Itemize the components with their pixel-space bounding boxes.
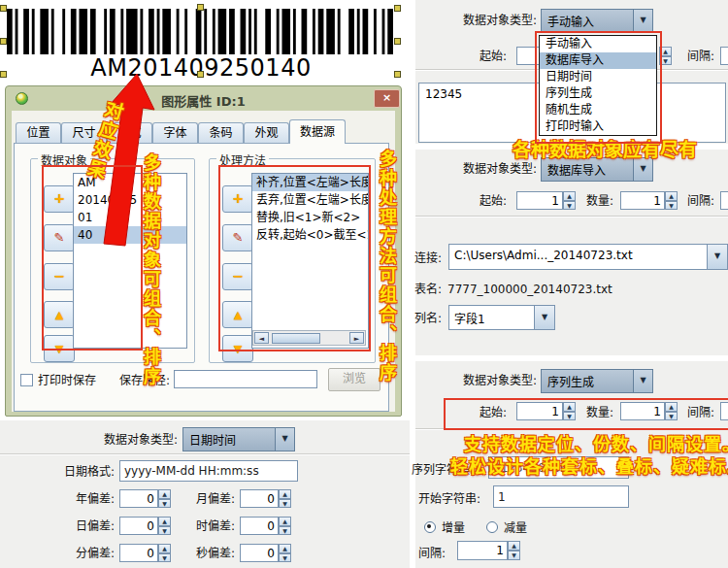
tab-datasource[interactable]: 数据源 [289, 119, 346, 144]
spinner-buttons[interactable]: ▲▼ [158, 544, 171, 562]
dropdown-item[interactable]: 打印时输入 [540, 118, 656, 135]
type-dropdown-list[interactable]: 手动输入 数据库导入 日期时间 序列生成 随机生成 打印时输入 [539, 35, 657, 136]
datetime-type-combo[interactable]: 日期时间 ▼ [182, 427, 295, 451]
close-icon[interactable]: × [374, 89, 400, 108]
add-object-button[interactable]: + [44, 185, 75, 213]
scroll-left-icon[interactable]: ◄ [254, 332, 269, 344]
move-object-down-button[interactable]: ▼ [44, 335, 75, 362]
decrement-radio[interactable] [486, 521, 498, 533]
properties-dialog: 图形属性 ID:1 × 位置 尺寸 样式 字体 条码 外观 数据源 数据对象 +… [5, 85, 402, 417]
list-item[interactable]: 01 [74, 209, 186, 226]
chevron-down-icon[interactable]: ▼ [633, 158, 652, 181]
column-name-label: 列名: [414, 312, 442, 325]
move-method-down-button[interactable]: ▼ [222, 335, 253, 362]
remove-object-button[interactable]: − [44, 263, 75, 290]
tab-barcode[interactable]: 条码 [198, 122, 244, 143]
move-method-up-button[interactable]: ▲ [222, 301, 253, 328]
move-object-up-button[interactable]: ▲ [44, 301, 75, 328]
selection-handle[interactable] [0, 71, 7, 78]
spinner-buttons[interactable]: ▲▼ [659, 47, 672, 65]
spinner-buttons[interactable]: ▲▼ [158, 489, 171, 508]
dropdown-item[interactable]: 手动输入 [540, 36, 656, 52]
date-format-input[interactable] [119, 460, 298, 482]
start-string-input[interactable] [493, 485, 629, 508]
selection-handle[interactable] [0, 38, 7, 45]
dropdown-item-highlighted[interactable]: 数据库导入 [540, 52, 656, 69]
chevron-down-icon[interactable]: ▼ [633, 10, 652, 32]
browse-button[interactable]: 浏览 [328, 368, 381, 391]
selection-handle[interactable] [394, 38, 401, 45]
tab-appearance[interactable]: 外观 [244, 122, 289, 143]
scroll-right-icon[interactable]: ► [349, 332, 364, 344]
start-field[interactable]: 1 [516, 191, 563, 210]
selection-handle[interactable] [394, 5, 401, 12]
interval-field[interactable] [720, 47, 728, 65]
edit-object-button[interactable]: ✎ [44, 224, 75, 251]
second-offset-label: 秒偏差: [177, 547, 235, 560]
spinner-buttons[interactable]: ▲▼ [279, 544, 291, 562]
day-offset-label: 日偏差: [56, 519, 115, 533]
spinner-buttons[interactable]: ▲▼ [158, 517, 171, 535]
interval-label: 间隔: [674, 50, 714, 63]
count-field[interactable]: 1 [620, 191, 665, 210]
dropdown-item[interactable]: 日期时间 [540, 69, 656, 85]
serial-interval-field[interactable]: 1 [457, 541, 508, 560]
list-item-selected[interactable]: 补齐,位置<左端>长度< [252, 174, 368, 191]
selection-handle[interactable] [394, 71, 401, 78]
month-offset-field[interactable]: 0 [240, 489, 279, 508]
save-path-input[interactable] [174, 370, 317, 388]
spinner-buttons[interactable]: ▲▼ [279, 489, 291, 508]
methods-list[interactable]: 补齐,位置<左端>长度< 丢弃,位置<左端>长度< 替换,旧<1>新<2> 反转… [251, 173, 369, 349]
spinner-buttons[interactable]: ▲▼ [279, 517, 291, 535]
selection-handle[interactable] [0, 5, 7, 12]
minute-offset-field[interactable]: 0 [119, 544, 158, 562]
chevron-down-icon[interactable]: ▼ [633, 370, 652, 392]
second-offset-field[interactable]: 0 [240, 544, 279, 562]
screenshot-root: AM201409250140 图形属性 ID:1 × 位置 尺寸 样式 字体 条… [0, 0, 728, 568]
interval-label: 间隔: [674, 194, 714, 208]
chevron-down-icon[interactable]: ▼ [707, 245, 727, 269]
manual-type-combo[interactable]: 手动输入 ▼ [541, 9, 653, 33]
connection-combo[interactable]: C:\Users\Admi..._20140723.txt ▼ [448, 244, 728, 270]
dropdown-item[interactable]: 序列生成 [540, 85, 656, 102]
interval-field[interactable] [720, 402, 728, 420]
combo-value: C:\Users\Admi..._20140723.txt [454, 249, 633, 262]
chevron-down-icon[interactable]: ▼ [275, 428, 294, 451]
interval-field[interactable] [720, 191, 728, 210]
selection-handle[interactable] [197, 4, 204, 11]
barcode-bars[interactable] [0, 5, 403, 58]
remove-method-button[interactable]: − [222, 263, 253, 290]
list-item[interactable]: 替换,旧<1>新<2> [252, 209, 368, 226]
dropdown-item[interactable]: 随机生成 [540, 102, 656, 118]
list-item[interactable]: 丢弃,位置<左端>长度< [252, 191, 368, 209]
interval-label: 间隔: [674, 406, 714, 419]
horizontal-scrollbar[interactable]: ◄ ► [252, 330, 366, 346]
month-offset-label: 月偏差: [177, 492, 235, 506]
count-field[interactable]: 1 [620, 402, 665, 420]
tab-font[interactable]: 字体 [152, 122, 198, 143]
plus-icon: + [53, 190, 65, 206]
day-offset-field[interactable]: 0 [119, 517, 158, 535]
print-save-checkbox[interactable] [20, 374, 33, 386]
edit-method-button[interactable]: ✎ [222, 224, 253, 251]
add-method-button[interactable]: + [222, 185, 253, 213]
list-item[interactable]: 反转,起始<0>截至<16 [252, 226, 368, 244]
start-field[interactable]: 1 [516, 402, 563, 420]
serial-type-combo[interactable]: 序列生成 ▼ [541, 369, 653, 393]
list-item-selected[interactable]: 40 [74, 226, 186, 244]
year-offset-field[interactable]: 0 [119, 489, 158, 508]
arrow-up-icon: ▲ [234, 309, 242, 321]
column-combo[interactable]: 字段1 ▼ [448, 305, 555, 330]
spinner-buttons[interactable]: ▲▼ [508, 541, 520, 560]
annotation-top-right-note: 各种数据对象应有尽有 [513, 135, 697, 161]
list-item[interactable]: 20140925 [74, 191, 186, 209]
increment-radio[interactable] [424, 521, 436, 533]
arrow-up-icon: ▲ [55, 309, 63, 321]
start-label: 起始: [464, 406, 507, 419]
chevron-down-icon[interactable]: ▼ [534, 306, 554, 329]
data-objects-list[interactable]: AM 20140925 01 40 [73, 173, 187, 349]
hour-offset-field[interactable]: 0 [240, 517, 279, 535]
selection-handle[interactable] [197, 71, 204, 78]
scrollbar-thumb[interactable] [272, 333, 320, 344]
tab-position[interactable]: 位置 [16, 122, 61, 143]
